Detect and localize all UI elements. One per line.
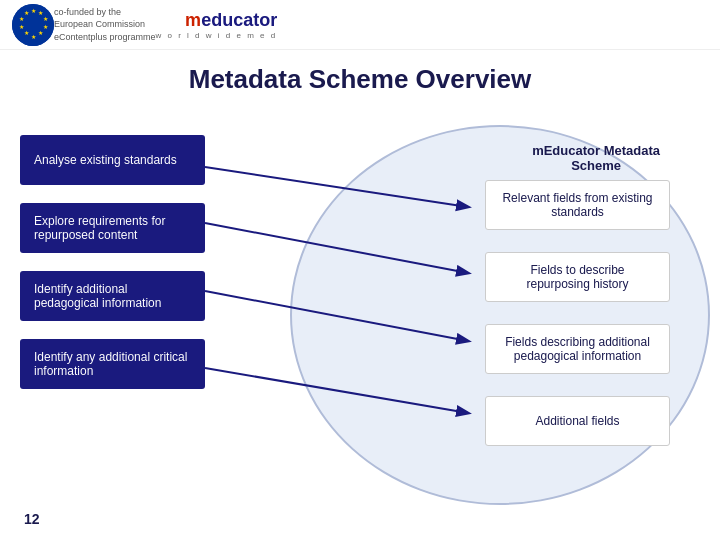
- svg-text:★: ★: [19, 16, 24, 22]
- left-box-analyse: Analyse existing standards: [20, 135, 205, 185]
- svg-text:★: ★: [19, 24, 24, 30]
- svg-text:★: ★: [24, 30, 29, 36]
- svg-text:★: ★: [43, 16, 48, 22]
- right-box-repurpose: Fields to describe repurposing history: [485, 252, 670, 302]
- right-box-pedagogical: Fields describing additional pedagogical…: [485, 324, 670, 374]
- left-box-explore: Explore requirements for repurposed cont…: [20, 203, 205, 253]
- right-box-relevant: Relevant fields from existing standards: [485, 180, 670, 230]
- svg-text:★: ★: [38, 30, 43, 36]
- page-number: 12: [24, 511, 40, 527]
- circle-label: mEducator Metadata Scheme: [532, 143, 660, 173]
- left-box-identify-ped: Identify additional pedagogical informat…: [20, 271, 205, 321]
- svg-text:★: ★: [43, 24, 48, 30]
- left-boxes: Analyse existing standards Explore requi…: [20, 135, 205, 389]
- eu-logo: ★ ★ ★ ★ ★ ★ ★ ★ ★ ★: [12, 4, 54, 46]
- right-boxes: Relevant fields from existing standards …: [485, 180, 670, 446]
- left-box-identify-crit: Identify any additional critical informa…: [20, 339, 205, 389]
- page-title: Metadata Scheme Overview: [0, 50, 720, 105]
- right-box-additional: Additional fields: [485, 396, 670, 446]
- svg-text:★: ★: [31, 8, 36, 14]
- header: ★ ★ ★ ★ ★ ★ ★ ★ ★ ★ co-funded by the Eur…: [0, 0, 720, 50]
- eu-text: co-funded by the European Commission eCo…: [54, 6, 156, 44]
- svg-text:★: ★: [24, 10, 29, 16]
- svg-text:★: ★: [31, 34, 36, 40]
- meducator-logo: meducator w o r l d w i d e m e d: [156, 10, 278, 40]
- main-content: mEducator Metadata Scheme Analyse existi…: [0, 105, 720, 535]
